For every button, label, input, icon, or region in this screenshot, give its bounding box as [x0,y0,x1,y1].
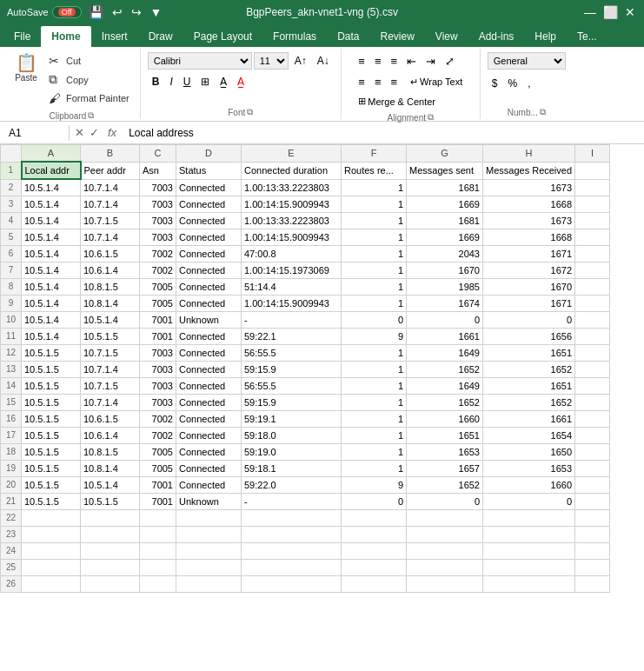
cell-11-f[interactable]: 9 [342,329,407,345]
cell-10-f[interactable]: 0 [342,312,407,329]
cell-4-e[interactable]: 1.00:13:33.2223803 [242,213,342,229]
cell-9-e[interactable]: 1.00:14:15.9009943 [242,296,342,312]
cell-1-h[interactable]: Messages Received [483,162,575,179]
cell-7-b[interactable]: 10.6.1.4 [81,262,140,279]
cell-23-g[interactable] [407,527,483,543]
cell-8-a[interactable]: 10.5.1.4 [22,279,81,296]
formula-input[interactable] [125,127,644,139]
cell-24-b[interactable] [81,543,140,560]
cell-21-d[interactable]: Unknown [176,494,242,510]
cell-7-f[interactable]: 1 [342,262,407,279]
bold-button[interactable]: B [148,73,164,90]
cancel-formula-btn[interactable]: ✕ [73,124,86,141]
cell-7-a[interactable]: 10.5.1.4 [22,262,81,279]
cell-2-f[interactable]: 1 [342,179,407,196]
cell-17-g[interactable]: 1651 [407,428,483,444]
cell-14-h[interactable]: 1651 [483,378,575,395]
tab-page-layout[interactable]: Page Layout [183,26,262,47]
fill-color-button[interactable]: A̲ [216,73,231,90]
cell-5-e[interactable]: 1.00:14:15.9009943 [242,229,342,246]
col-header-g[interactable]: G [407,145,483,163]
cell-15-h[interactable]: 1652 [483,395,575,411]
cell-2-g[interactable]: 1681 [407,179,483,196]
tab-more[interactable]: Te... [567,26,607,47]
cell-22-e[interactable] [242,510,342,527]
col-header-d[interactable]: D [176,145,242,163]
cell-8-c[interactable]: 7005 [140,279,176,296]
cell-5-i[interactable] [575,229,610,246]
tab-addins[interactable]: Add-ins [468,26,525,47]
confirm-formula-btn[interactable]: ✓ [88,124,101,141]
cell-3-a[interactable]: 10.5.1.4 [22,196,81,213]
cell-17-a[interactable]: 10.5.1.5 [22,428,81,444]
cell-18-c[interactable]: 7005 [140,444,176,461]
cell-2-e[interactable]: 1.00:13:33.2223803 [242,179,342,196]
cell-4-h[interactable]: 1673 [483,213,575,229]
align-right-btn[interactable]: ≡ [387,73,402,90]
cell-9-d[interactable]: Connected [176,296,242,312]
cell-9-a[interactable]: 10.5.1.4 [22,296,81,312]
cell-22-d[interactable] [176,510,242,527]
cell-2-i[interactable] [575,179,610,196]
tab-draw[interactable]: Draw [138,26,183,47]
cell-18-g[interactable]: 1653 [407,444,483,461]
cell-6-e[interactable]: 47:00.8 [242,246,342,262]
cell-20-h[interactable]: 1660 [483,477,575,494]
cell-18-i[interactable] [575,444,610,461]
cell-3-e[interactable]: 1.00:14:15.9009943 [242,196,342,213]
tab-data[interactable]: Data [327,26,369,47]
cell-17-f[interactable]: 1 [342,428,407,444]
cell-24-a[interactable] [22,543,81,560]
cell-7-i[interactable] [575,262,610,279]
cell-6-g[interactable]: 2043 [407,246,483,262]
cell-16-c[interactable]: 7002 [140,411,176,428]
cell-23-b[interactable] [81,527,140,543]
cell-9-c[interactable]: 7005 [140,296,176,312]
cell-7-g[interactable]: 1670 [407,262,483,279]
cell-12-d[interactable]: Connected [176,345,242,362]
cell-8-h[interactable]: 1670 [483,279,575,296]
cell-21-b[interactable]: 10.5.1.5 [81,494,140,510]
cell-13-i[interactable] [575,362,610,378]
cell-9-b[interactable]: 10.8.1.4 [81,296,140,312]
number-expand-icon[interactable]: ⧉ [540,107,546,117]
cell-21-f[interactable]: 0 [342,494,407,510]
cell-9-i[interactable] [575,296,610,312]
cell-3-b[interactable]: 10.7.1.4 [81,196,140,213]
cell-1-g[interactable]: Messages sent [407,162,483,179]
undo-icon[interactable]: ↩ [110,3,124,21]
cell-19-f[interactable]: 1 [342,461,407,477]
cell-20-c[interactable]: 7001 [140,477,176,494]
alignment-expand-icon[interactable]: ⧉ [428,112,434,123]
cell-14-e[interactable]: 56:55.5 [242,378,342,395]
customize-icon[interactable]: ▼ [149,3,164,21]
cell-5-h[interactable]: 1668 [483,229,575,246]
cell-17-h[interactable]: 1654 [483,428,575,444]
cell-15-i[interactable] [575,395,610,411]
tab-home[interactable]: Home [41,26,90,47]
cell-24-h[interactable] [483,543,575,560]
cell-11-e[interactable]: 59:22.1 [242,329,342,345]
cell-25-e[interactable] [242,560,342,576]
cell-19-a[interactable]: 10.5.1.5 [22,461,81,477]
cell-18-f[interactable]: 1 [342,444,407,461]
cell-26-h[interactable] [483,576,575,593]
cell-14-i[interactable] [575,378,610,395]
cell-5-b[interactable]: 10.7.1.4 [81,229,140,246]
cell-26-g[interactable] [407,576,483,593]
tab-review[interactable]: Review [369,26,424,47]
cell-21-i[interactable] [575,494,610,510]
cell-20-g[interactable]: 1652 [407,477,483,494]
cell-8-f[interactable]: 1 [342,279,407,296]
cell-23-c[interactable] [140,527,176,543]
indent-decrease-btn[interactable]: ⇤ [402,52,421,70]
cell-25-h[interactable] [483,560,575,576]
cell-6-h[interactable]: 1671 [483,246,575,262]
tab-insert[interactable]: Insert [91,26,138,47]
cell-13-d[interactable]: Connected [176,362,242,378]
cell-10-h[interactable]: 0 [483,312,575,329]
cell-16-e[interactable]: 59:19.1 [242,411,342,428]
col-header-a[interactable]: A [22,145,81,163]
cell-13-h[interactable]: 1652 [483,362,575,378]
cell-2-c[interactable]: 7003 [140,179,176,196]
